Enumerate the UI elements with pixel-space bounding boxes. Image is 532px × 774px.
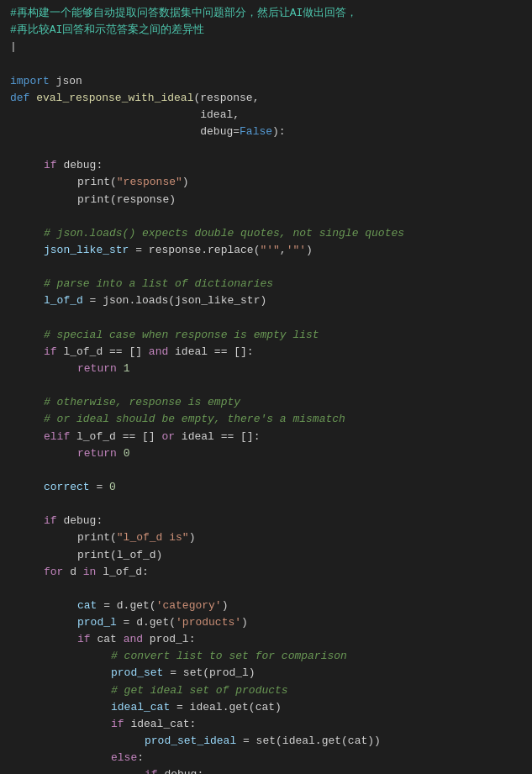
line-17: # parse into a list of dictionaries <box>7 276 532 292</box>
line-6: def eval_response_with_ideal(response, <box>7 90 532 107</box>
line-45: else: <box>7 750 532 766</box>
line-22: return 1 <box>7 361 532 377</box>
line-11: print("response") <box>7 174 532 191</box>
line-30 <box>7 496 532 513</box>
line-27: return 0 <box>7 445 532 462</box>
line-37: prod_l = d.get('products') <box>7 614 532 631</box>
line-12: print(response) <box>7 192 532 208</box>
line-9 <box>7 140 532 157</box>
line-4 <box>7 55 532 72</box>
line-40: prod_set = set(prod_l) <box>7 665 532 682</box>
line-35 <box>7 581 532 598</box>
line-29: correct = 0 <box>7 479 532 496</box>
line-3: | <box>7 39 532 55</box>
line-33: print(l_of_d) <box>7 547 532 564</box>
line-8: debug=False): <box>7 124 532 140</box>
line-15: json_like_str = response.replace("'",'"'… <box>7 242 532 259</box>
line-41: # get ideal set of products <box>7 682 532 699</box>
line-31: if debug: <box>7 513 532 529</box>
line-26: elif l_of_d == [] or ideal == []: <box>7 429 532 445</box>
code-editor: #再构建一个能够自动提取问答数据集中问题部分，然后让AI做出回答， #再比较AI… <box>0 0 532 774</box>
line-18: l_of_d = json.loads(json_like_str) <box>7 292 532 309</box>
line-43: if ideal_cat: <box>7 716 532 733</box>
line-21: if l_of_d == [] and ideal == []: <box>7 344 532 361</box>
cursor: | <box>10 39 17 55</box>
line-7: ideal, <box>7 107 532 124</box>
code-comment-chinese-1: #再构建一个能够自动提取问答数据集中问题部分，然后让AI做出回答， <box>10 5 357 22</box>
line-20: # special case when response is empty li… <box>7 327 532 344</box>
line-19 <box>7 310 532 327</box>
line-1: #再构建一个能够自动提取问答数据集中问题部分，然后让AI做出回答， <box>7 5 532 22</box>
line-46: if debug: <box>7 766 532 774</box>
line-14: # json.loads() expects double quotes, no… <box>7 225 532 242</box>
line-36: cat = d.get('category') <box>7 598 532 614</box>
line-34: for d in l_of_d: <box>7 564 532 581</box>
line-13 <box>7 208 532 225</box>
line-32: print("l_of_d is") <box>7 529 532 546</box>
code-comment-chinese-2: #再比较AI回答和示范答案之间的差异性 <box>10 22 204 39</box>
line-25: # or ideal should be empty, there's a mi… <box>7 411 532 428</box>
line-44: prod_set_ideal = set(ideal.get(cat)) <box>7 733 532 750</box>
line-28 <box>7 462 532 479</box>
line-2: #再比较AI回答和示范答案之间的差异性 <box>7 22 532 39</box>
line-5: import json <box>7 73 532 90</box>
keyword-def: def <box>10 90 29 107</box>
line-16 <box>7 259 532 276</box>
line-39: # convert list to set for comparison <box>7 648 532 665</box>
line-10: if debug: <box>7 157 532 174</box>
line-38: if cat and prod_l: <box>7 631 532 648</box>
line-42: ideal_cat = ideal.get(cat) <box>7 699 532 716</box>
line-24: # otherwise, response is empty <box>7 394 532 411</box>
line-23 <box>7 377 532 394</box>
keyword-import: import <box>10 73 50 90</box>
